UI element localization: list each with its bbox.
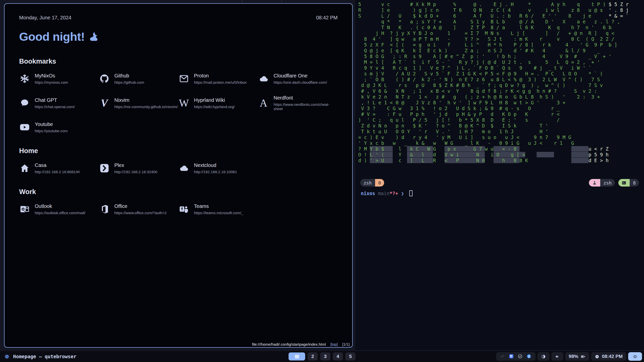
matrix-row: # , V 6 & X N ; 1 x B < v Y 8 q d f 8 ; …	[358, 88, 642, 94]
tmux-window-name: zsh	[360, 179, 375, 187]
matrix-row: T N K . ( c 0 A @ ] Z T P 8 / a l 6 K K …	[358, 25, 642, 30]
prompt-host: nixos	[361, 191, 375, 196]
qutebrowser-window: Monday, June 17, 2024 08:42 PM Good nigh…	[4, 3, 353, 348]
matrix-row: ' Y x c b w _ k & w W G _ l K - 0 9 i G …	[358, 140, 642, 146]
cloud-icon	[178, 163, 189, 174]
office-icon	[99, 204, 110, 215]
bookmark-hyprland-wiki[interactable]: WHyprland Wikihttps://wiki.hyprland.org/	[178, 95, 258, 111]
bookmark-proton[interactable]: Protonhttps://mail.proton.me/u/0/inbox	[178, 73, 258, 84]
bookmark-cloudflare-one[interactable]: Cloudflare Onehttps://one.dash.cloudflar…	[258, 73, 338, 84]
section-title-home: Home	[19, 147, 338, 155]
tmux-window-tab[interactable]: zsh 0	[360, 179, 384, 187]
user-icon	[589, 179, 600, 187]
bookmark-nerdfont[interactable]: ANerdfonthttps://www.nerdfonts.com/cheat…	[258, 95, 338, 111]
bookmark-name: MyNixOs	[35, 73, 68, 79]
volume-module[interactable]	[551, 352, 563, 361]
bookmark-name: Cloudflare One	[274, 73, 327, 79]
battery-charging-icon	[581, 354, 586, 359]
bookmark-url: https://outlook.office.com/mail/	[35, 211, 85, 215]
app-gear-icon	[4, 354, 10, 359]
bookmark-url: https://www.nerdfonts.com/cheat-sheet	[274, 102, 338, 111]
bookmark-name: Chat GPT	[35, 97, 75, 103]
speaker-icon	[555, 354, 560, 359]
bookmark-name: Office	[114, 203, 167, 209]
check-circle-icon[interactable]	[518, 354, 523, 359]
bookmark-nextcloud[interactable]: Nextcloudhttp://192.168.2.16:10081	[178, 162, 258, 174]
battery-percentage: 98%	[569, 354, 578, 359]
workspace-5[interactable]: 5	[345, 352, 355, 360]
bookmark-name: Teams	[194, 203, 243, 209]
matrix-row: 9 Y v 4 R c q 1 ] V e 7 ^ ) L , ` F O B …	[358, 65, 642, 71]
house-icon	[19, 163, 30, 174]
bookmark-url: https://nix-community.github.io/nixvim/	[114, 105, 178, 109]
contrast-icon	[541, 354, 546, 359]
bookmark-github[interactable]: Githubhttps://github.com	[99, 73, 179, 84]
bookmark-youtube[interactable]: Youtubehttps://youtube.com	[19, 121, 99, 133]
matrix-row: 5 z X F < [ ( = g o i f L i ^ H * h P / …	[358, 42, 642, 48]
qutebrowser-statusbar: file:///home/hadi/.config/startpage/inde…	[252, 342, 350, 346]
workspace-2[interactable]: 2	[308, 352, 318, 360]
tmux-session-name: zsh	[600, 179, 615, 187]
power-icon	[633, 354, 637, 359]
wallpaper-star	[281, 1, 282, 2]
bookmark-url: https://mynixos.com	[35, 80, 68, 84]
waybar: Homepage — qutebrowser 2345 98%	[0, 351, 644, 362]
terminal-icon	[618, 179, 630, 187]
matrix-row: d @ J K L r s p U 8 $ Z K # B h _ ` f ; …	[358, 82, 642, 88]
teams-icon	[178, 204, 189, 215]
statusbar-tab-index: [1/1]	[342, 342, 350, 346]
bookmark-url: http://192.168.2.16:8081/#/	[35, 170, 80, 174]
matrix-row: Q @ j e [ q K k I E c k ) Z a ; n S J d …	[358, 48, 642, 54]
bookmark-url: https://chat.openai.com/	[35, 105, 75, 109]
bookmark-mynixos[interactable]: MyNixOshttps://mynixos.com	[19, 73, 99, 84]
wallpaper-star	[242, 1, 243, 2]
workspace-label: 3	[324, 354, 327, 359]
workspace-label: 5	[349, 354, 352, 359]
workspace-4[interactable]: 4	[333, 352, 343, 360]
bookmark-name: Nextcloud	[194, 162, 237, 168]
bookmark-plex[interactable]: Plexhttp://192.168.2.16:32400	[99, 162, 179, 174]
workspaces: 2345	[289, 352, 355, 360]
bookmark-url: https://www.office.com/?auth=2	[114, 211, 167, 215]
bookmark-name: Proton	[194, 73, 247, 79]
section-title-bookmarks: Bookmarks	[19, 58, 338, 65]
matrix-row: q * * a ; s Y ? + A S 1 y B L b @ / A D …	[358, 19, 642, 25]
plex-icon	[99, 163, 110, 174]
bookmark-name: Youtube	[35, 121, 68, 127]
bookmark-teams[interactable]: Teamshttps://teams.microsoft.com/_	[178, 203, 258, 215]
matrix-row: # V = : F u P p h ' j d p H & y P d K O …	[358, 111, 642, 117]
bookmark-url: https://github.com	[114, 80, 144, 84]
night-light-module[interactable]	[538, 352, 549, 361]
battery-module[interactable]: 98%	[565, 352, 589, 361]
bitwarden-shield-icon[interactable]	[509, 354, 514, 359]
workspace-label: 2	[311, 354, 314, 359]
bluetooth-icon[interactable]	[527, 354, 532, 359]
bookmark-casa[interactable]: Casahttp://192.168.2.16:8081/#/	[19, 162, 99, 174]
startpage-date: Monday, June 17, 2024	[19, 15, 71, 21]
shell-prompt[interactable]: nixos main*?+ ❯	[361, 190, 413, 196]
active-window-module: Homepage — qutebrowser	[4, 354, 76, 359]
power-button[interactable]	[628, 352, 642, 361]
startpage-time: 08:42 PM	[316, 15, 338, 21]
terminal-cursor	[409, 190, 413, 196]
workspace-3[interactable]: 3	[320, 352, 330, 360]
bookmark-url: http://192.168.2.16:10081	[194, 170, 237, 174]
bookmark-chat-gpt[interactable]: Chat GPThttps://chat.openai.com/	[19, 95, 99, 111]
bookmark-name: Nixvim	[114, 97, 178, 103]
bookmark-office[interactable]: Officehttps://www.office.com/?auth=2	[99, 203, 179, 215]
outlook-icon	[19, 204, 30, 215]
bookmark-outlook[interactable]: Outlookhttps://outlook.office.com/mail/	[19, 203, 99, 215]
workspace-1-active[interactable]	[289, 352, 305, 360]
clock-module[interactable]: 08:42 PM	[591, 352, 626, 361]
kdeconnect-arrows-icon[interactable]	[500, 354, 505, 359]
bookmark-url: https://teams.microsoft.com/_	[194, 211, 243, 215]
matrix-row: T k t u U O O Y ' r V . ' i H 7 m o 1 h …	[358, 129, 642, 134]
clock-icon	[595, 354, 599, 359]
tmux-statusline: zsh 0 zsh 8	[355, 179, 644, 187]
matrix-row: V 3 ? C G w 3 1 % ! o 2 U d S k ; & 9 # …	[358, 106, 642, 111]
bookmark-name: Nerdfont	[274, 95, 338, 101]
matrix-row: , ! L e 1 < 0 @ J V z 8 ' h v ' ] w F 9 …	[358, 100, 642, 106]
github-icon	[99, 73, 110, 84]
bookmark-url: http://192.168.2.16:32400	[114, 170, 157, 174]
bookmark-nixvim[interactable]: VNixvimhttps://nix-community.github.io/n…	[99, 95, 179, 111]
